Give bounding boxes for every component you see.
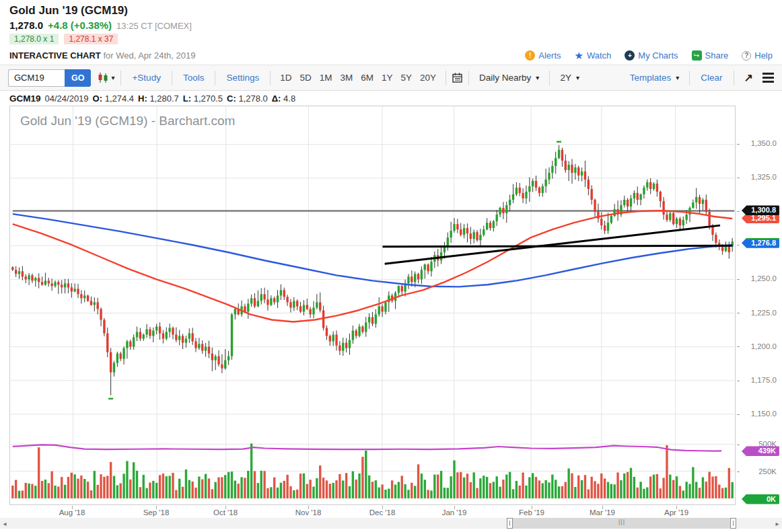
banner-link-label: Watch [587, 50, 611, 61]
range-buttons: 1D5D1M3M6M1Y5Y20Y [277, 71, 439, 84]
time-axis-label: Mar '19 [590, 508, 615, 517]
range-button-5y[interactable]: 5Y [398, 71, 416, 84]
go-button[interactable]: GO [65, 69, 91, 87]
pointer-tool-icon[interactable]: ↗ [744, 71, 753, 84]
banner-link-share[interactable]: ↪Share [692, 50, 729, 61]
lookback-value: 2Y [560, 73, 571, 83]
time-axis-label: Nov '18 [295, 508, 322, 517]
ohlc-change: 4.8 [283, 93, 295, 104]
banner-link-watch[interactable]: ★Watch [575, 50, 612, 61]
ohlc-symbol: GCM19 [9, 93, 41, 104]
range-button-1m[interactable]: 1M [316, 71, 336, 84]
toolbar-divider [172, 71, 172, 85]
scrollbar-left-arrow-icon[interactable]: ◂ [0, 518, 9, 529]
symbol-input[interactable] [8, 69, 65, 87]
banner-link-help[interactable]: ?Help [742, 50, 773, 61]
banner-link-label: Alerts [538, 50, 561, 61]
bid-value: 1,278.0 x 1 [9, 34, 59, 44]
chart-toolbar: GO ▾ +Study Tools Settings 1D5D1M3M6M1Y5… [0, 65, 782, 91]
banner-links: !Alerts★Watch+My Charts↪Share?Help [525, 50, 773, 61]
chart-canvas[interactable] [9, 106, 737, 506]
toolbar-divider [734, 71, 734, 85]
candles [11, 145, 734, 395]
price-change: +4.8 (+0.38%) [48, 20, 112, 31]
menu-button[interactable] [762, 73, 774, 83]
time-axis-label: Dec '18 [369, 508, 396, 517]
volume-tag-439K: 439K [742, 446, 779, 456]
chevron-down-icon: ▾ [111, 74, 114, 81]
toolbar-divider [468, 71, 469, 85]
ohlc-low: 1,270.5 [194, 93, 223, 104]
time-axis: Aug '18Sep '18Oct '18Nov '18Dec '18Jan '… [9, 506, 737, 518]
range-button-1d[interactable]: 1D [277, 71, 295, 84]
plus-circle-icon: + [625, 50, 635, 61]
frequency-value: Daily Nearby [479, 73, 531, 83]
volume-axis-label: 250K [738, 467, 777, 476]
range-button-1y[interactable]: 1Y [378, 71, 396, 84]
banner-link-alerts[interactable]: !Alerts [525, 50, 561, 61]
chart-type-dropdown[interactable]: ▾ [98, 72, 114, 83]
time-axis-label: Sep '18 [143, 508, 170, 517]
flat-trendline [382, 245, 732, 247]
price-axis-label: 1,175.0 [738, 376, 777, 384]
share-icon: ↪ [692, 50, 702, 61]
templates-label: Templates [630, 73, 672, 83]
templates-dropdown[interactable]: Templates ▾ [626, 73, 684, 83]
scrollbar-grip-icon[interactable]: ||| [618, 519, 625, 525]
scrollbar-left-handle[interactable] [507, 518, 513, 529]
chart-scrollbar[interactable]: ◂ ||| ▸ [0, 518, 782, 529]
banner-label: INTERACTIVE CHART for Wed, Apr 24th, 201… [9, 50, 195, 61]
price-axis: 1,350.01,325.01,300.01,275.01,250.01,225… [738, 106, 782, 506]
red-ma-line [13, 211, 732, 321]
price-axis-label: 1,225.0 [738, 309, 777, 317]
interactive-chart-banner: INTERACTIVE CHART for Wed, Apr 24th, 201… [0, 47, 782, 65]
calendar-button[interactable] [452, 73, 462, 83]
price-axis-label: 1,350.0 [738, 139, 777, 147]
chevron-down-icon: ▾ [576, 74, 579, 81]
price-axis-label: 1,150.0 [738, 410, 777, 418]
range-button-20y[interactable]: 20Y [417, 71, 439, 84]
price-tag-1,276.8: 1,276.8 [742, 238, 779, 248]
barchart-interactive-chart-page: Gold Jun '19 (GCM19) 1,278.0 +4.8 (+0.38… [0, 0, 782, 532]
tools-button[interactable]: Tools [178, 73, 209, 83]
tag-stripe [746, 238, 779, 240]
toolbar-divider [689, 71, 690, 85]
ohlc-open: 1,274.4 [105, 93, 134, 104]
help-icon: ? [742, 51, 751, 61]
toolbar-divider [120, 71, 121, 85]
clear-button[interactable]: Clear [696, 73, 727, 83]
toolbar-divider [549, 71, 550, 85]
frequency-dropdown[interactable]: Daily Nearby ▾ [475, 73, 543, 83]
range-button-5d[interactable]: 5D [296, 71, 314, 84]
banner-link-label: Help [754, 50, 773, 61]
ohlc-readout: GCM19 04/24/2019 O: 1,274.4 H: 1,280.7 L… [0, 91, 782, 106]
toolbar-right-group: Templates ▾ Clear ↗ [626, 71, 774, 85]
settings-button[interactable]: Settings [221, 73, 264, 83]
price-tag-1,300.8: 1,300.8 [742, 205, 779, 215]
price-axis-label: 1,250.0 [738, 274, 777, 282]
scrollbar-right-handle[interactable] [730, 518, 736, 529]
range-button-6m[interactable]: 6M [357, 71, 377, 84]
scrollbar-thumb[interactable]: ||| [510, 518, 734, 529]
lookback-dropdown[interactable]: 2Y ▾ [556, 73, 583, 83]
toolbar-divider [215, 71, 215, 85]
range-button-3m[interactable]: 3M [336, 71, 356, 84]
add-study-button[interactable]: +Study [127, 73, 165, 83]
open-interest-line [13, 445, 721, 451]
quote-time: 13:25 CT [COMEX] [116, 21, 192, 31]
star-icon: ★ [575, 50, 583, 61]
banner-date: for Wed, Apr 24th, 2019 [103, 50, 195, 61]
banner-link-my-charts[interactable]: +My Charts [625, 50, 678, 61]
time-axis-label: Aug '18 [59, 508, 85, 517]
banner-link-label: Share [705, 50, 729, 61]
scrollbar-right-arrow-icon[interactable]: ▸ [773, 518, 782, 529]
extreme-marker [557, 141, 561, 143]
toolbar-divider [270, 71, 271, 85]
bid-ask-row: 1,278.0 x 1 1,278.1 x 37 [9, 34, 773, 44]
time-axis-label: Feb '19 [519, 508, 544, 517]
price-axis-label: 1,200.0 [738, 342, 777, 350]
ohlc-date: 04/24/2019 [45, 93, 89, 104]
candlestick-icon [98, 72, 109, 83]
ohlc-close: 1,278.0 [238, 93, 267, 104]
chart-region: Gold Jun '19 (GCM19) - Barchart.com 1,35… [0, 106, 782, 518]
